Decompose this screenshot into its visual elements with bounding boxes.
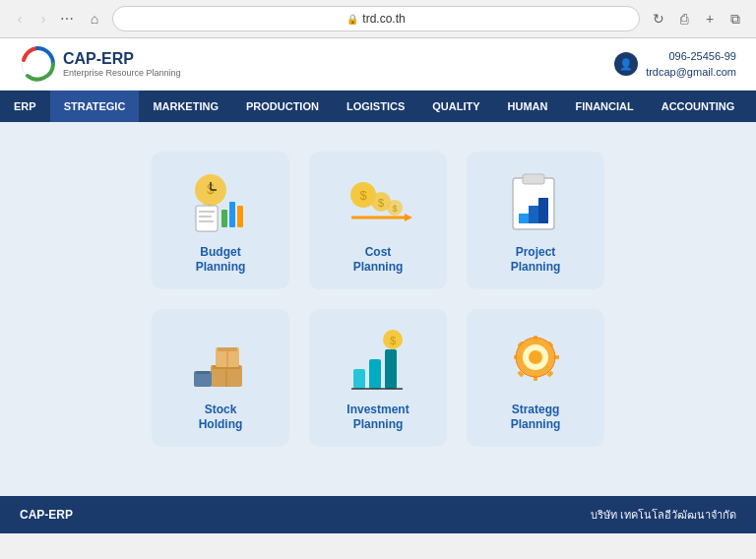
nav-item-information[interactable]: INFORMATION <box>748 91 756 122</box>
forward-button[interactable]: › <box>33 9 53 29</box>
cost-planning-icon: $ $ $ <box>342 165 415 239</box>
strategy-planning-label: StrateggPlanning <box>511 403 561 433</box>
app-header: CAP-ERP Enterprise Resource Planning 👤 0… <box>0 38 756 91</box>
user-icon: 👤 <box>614 52 638 76</box>
svg-rect-8 <box>196 206 218 231</box>
svg-rect-24 <box>538 198 548 223</box>
card-investment-planning[interactable]: $ InvestmentPlanning <box>309 309 447 447</box>
card-project-planning[interactable]: ProjectPlanning <box>467 152 604 289</box>
main-content: $ BudgetPlanning <box>0 122 756 476</box>
stock-holding-icon <box>184 323 258 397</box>
svg-rect-42 <box>534 336 537 342</box>
svg-rect-36 <box>369 359 381 389</box>
card-budget-planning[interactable]: $ BudgetPlanning <box>152 152 289 289</box>
refresh-button[interactable]: ↻ <box>648 8 669 30</box>
svg-rect-35 <box>353 369 365 389</box>
phone-text: 096-25456-99 <box>646 48 736 65</box>
app-wrapper: CAP-ERP Enterprise Resource Planning 👤 0… <box>0 38 756 533</box>
nav-item-production[interactable]: PRODUCTION <box>232 91 333 122</box>
stock-holding-label: StockHolding <box>199 403 243 433</box>
nav-item-logistics[interactable]: LOGISTICS <box>333 91 418 122</box>
email-text: trdcap@gmail.com <box>646 64 736 81</box>
svg-rect-6 <box>229 202 235 227</box>
nav-item-human[interactable]: HUMAN <box>494 91 562 122</box>
spacer <box>0 476 756 496</box>
budget-planning-icon: $ <box>184 165 258 239</box>
address-bar[interactable]: 🔒 trd.co.th <box>112 6 640 31</box>
browser-actions: ↻ ⎙ + ⧉ <box>648 8 746 30</box>
logo-subtitle: Enterprise Resource Planning <box>63 68 181 78</box>
svg-rect-37 <box>385 349 397 389</box>
browser-toolbar: ‹ › ⋯ ⌂ 🔒 trd.co.th ↻ ⎙ + ⧉ <box>0 0 756 37</box>
investment-planning-icon: $ <box>342 323 415 397</box>
nav-item-accounting[interactable]: ACCOUNTING <box>648 91 749 122</box>
svg-marker-19 <box>405 214 412 221</box>
project-planning-icon <box>499 165 573 239</box>
svg-rect-22 <box>519 214 529 223</box>
url-text: trd.co.th <box>362 12 405 26</box>
contact-info: 👤 096-25456-99 trdcap@gmail.com <box>614 48 736 81</box>
svg-text:$: $ <box>392 204 397 214</box>
svg-rect-5 <box>221 210 227 227</box>
nav-item-strategic[interactable]: STRATEGIC <box>50 91 140 122</box>
logo-text: CAP-ERP Enterprise Resource Planning <box>63 50 181 78</box>
more-button[interactable]: ⋯ <box>57 9 77 29</box>
footer-right: บริษัท เทคโนโลอีวัฒัฒนาจำกัด <box>591 506 736 524</box>
browser-chrome: ‹ › ⋯ ⌂ 🔒 trd.co.th ↻ ⎙ + ⧉ <box>0 0 756 38</box>
home-button[interactable]: ⌂ <box>85 9 104 29</box>
contact-text: 096-25456-99 trdcap@gmail.com <box>646 48 736 81</box>
app-footer: CAP-ERP บริษัท เทคโนโลอีวัฒัฒนาจำกัด <box>0 496 756 533</box>
share-button[interactable]: ⎙ <box>673 8 695 30</box>
footer-left: CAP-ERP <box>20 508 73 522</box>
tabs-button[interactable]: ⧉ <box>724 8 746 30</box>
logo-icon <box>20 46 55 82</box>
nav-item-erp[interactable]: ERP <box>0 91 50 122</box>
logo-area: CAP-ERP Enterprise Resource Planning <box>20 46 181 82</box>
card-grid: $ BudgetPlanning <box>152 152 604 447</box>
svg-text:$: $ <box>390 335 396 346</box>
svg-point-41 <box>529 350 542 364</box>
investment-planning-label: InvestmentPlanning <box>346 403 409 433</box>
cost-planning-label: CostPlanning <box>353 245 404 276</box>
svg-text:$: $ <box>359 188 367 203</box>
back-button[interactable]: ‹ <box>10 9 30 29</box>
card-cost-planning[interactable]: $ $ $ CostPlanning <box>309 152 447 289</box>
nav-buttons: ‹ › ⋯ <box>10 9 77 29</box>
main-nav: ERP STRATEGIC MARKETING PRODUCTION LOGIS… <box>0 91 756 122</box>
svg-rect-32 <box>196 371 210 374</box>
logo-name: CAP-ERP <box>63 50 181 68</box>
lock-icon: 🔒 <box>346 14 358 25</box>
project-planning-label: ProjectPlanning <box>511 245 561 276</box>
card-stock-holding[interactable]: StockHolding <box>152 309 289 447</box>
svg-rect-23 <box>529 206 538 223</box>
card-strategy-planning[interactable]: StrateggPlanning <box>467 309 604 447</box>
strategy-planning-icon <box>499 323 573 397</box>
svg-text:$: $ <box>378 197 384 209</box>
nav-item-financial[interactable]: FINANCIAL <box>561 91 647 122</box>
svg-rect-7 <box>237 206 243 227</box>
nav-item-quality[interactable]: QUALITY <box>418 91 493 122</box>
svg-rect-21 <box>523 174 544 184</box>
budget-planning-label: BudgetPlanning <box>196 245 246 276</box>
new-tab-button[interactable]: + <box>699 8 721 30</box>
nav-item-marketing[interactable]: MARKETING <box>139 91 232 122</box>
svg-rect-43 <box>534 375 537 381</box>
svg-rect-45 <box>553 355 559 359</box>
svg-rect-44 <box>514 355 520 359</box>
